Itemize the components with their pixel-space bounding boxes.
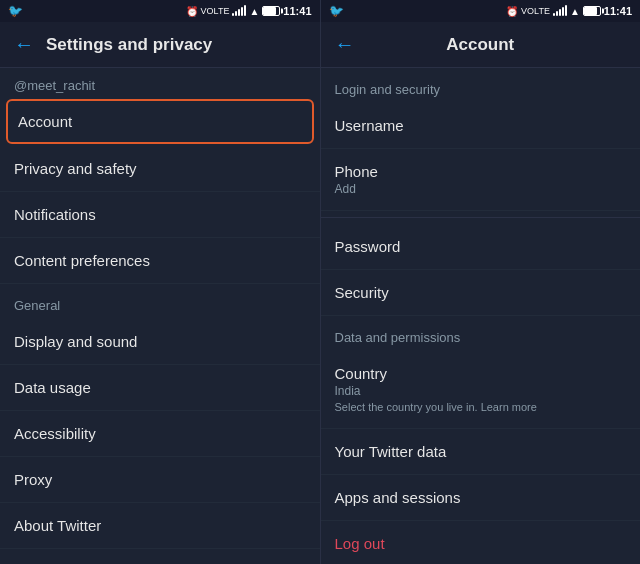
divider-1: [321, 217, 641, 218]
right-alarm-icon: ⏰: [506, 6, 518, 17]
right-back-button[interactable]: ←: [335, 33, 355, 56]
right-item-phone[interactable]: Phone Add: [321, 149, 641, 211]
right-wifi-icon: ▲: [570, 6, 580, 17]
right-carrier: VOLTE: [521, 6, 550, 16]
right-time: 11:41: [604, 5, 632, 17]
sidebar-item-display[interactable]: Display and sound: [0, 319, 320, 365]
left-status-right: ⏰ VOLTE ▲ 11:41: [186, 4, 312, 18]
right-panel-title: Account: [446, 35, 514, 55]
sidebar-item-content[interactable]: Content preferences: [0, 238, 320, 284]
right-content: Login and security Username Phone Add Pa…: [321, 68, 641, 564]
sidebar-item-data-usage[interactable]: Data usage: [0, 365, 320, 411]
footer-text: These settings affect all of your Twitte…: [0, 549, 320, 564]
general-section-header: General: [0, 284, 320, 319]
right-panel: 🐦 ⏰ VOLTE ▲ 11:41 ← Account Logi: [321, 0, 641, 564]
left-back-button[interactable]: ←: [14, 33, 34, 56]
sidebar-item-notifications[interactable]: Notifications: [0, 192, 320, 238]
alarm-icon: ⏰: [186, 6, 198, 17]
sidebar-item-about[interactable]: About Twitter: [0, 503, 320, 549]
left-status-left: 🐦: [8, 4, 23, 18]
left-content: @meet_rachit Account Privacy and safety …: [0, 68, 320, 564]
right-item-twitter-data[interactable]: Your Twitter data: [321, 429, 641, 475]
right-battery-icon: [583, 6, 601, 16]
sidebar-item-accessibility[interactable]: Accessibility: [0, 411, 320, 457]
right-item-security[interactable]: Security: [321, 270, 641, 316]
battery-icon: [262, 6, 280, 16]
sidebar-item-account[interactable]: Account: [6, 99, 314, 144]
logout-button[interactable]: Log out: [321, 521, 641, 564]
right-item-password[interactable]: Password: [321, 224, 641, 270]
right-item-country[interactable]: Country India Select the country you liv…: [321, 351, 641, 429]
right-status-right: ⏰ VOLTE ▲ 11:41: [506, 4, 632, 18]
right-item-username[interactable]: Username: [321, 103, 641, 149]
right-header: ← Account: [321, 22, 641, 68]
signal-bars-icon: [232, 4, 246, 18]
right-status-left: 🐦: [329, 4, 344, 18]
country-sub-text: India: [335, 384, 627, 398]
left-panel-title: Settings and privacy: [46, 35, 212, 55]
wifi-icon: ▲: [249, 6, 259, 17]
login-section-header: Login and security: [321, 68, 641, 103]
country-sub2-text: Select the country you live in. Learn mo…: [335, 400, 627, 414]
phone-sub-text: Add: [335, 182, 627, 196]
left-time: 11:41: [283, 5, 311, 17]
left-carrier: VOLTE: [201, 6, 230, 16]
sidebar-item-privacy[interactable]: Privacy and safety: [0, 146, 320, 192]
right-status-bar: 🐦 ⏰ VOLTE ▲ 11:41: [321, 0, 641, 22]
right-item-apps-sessions[interactable]: Apps and sessions: [321, 475, 641, 521]
app-icon: 🐦: [8, 4, 23, 18]
left-status-bar: 🐦 ⏰ VOLTE ▲ 11:41: [0, 0, 320, 22]
username-label: @meet_rachit: [0, 68, 320, 97]
left-panel: 🐦 ⏰ VOLTE ▲ 11:41 ← Settings and privacy: [0, 0, 321, 564]
data-section-header: Data and permissions: [321, 316, 641, 351]
right-signal-icon: [553, 4, 567, 18]
left-header: ← Settings and privacy: [0, 22, 320, 68]
right-app-icon: 🐦: [329, 4, 344, 18]
sidebar-item-proxy[interactable]: Proxy: [0, 457, 320, 503]
